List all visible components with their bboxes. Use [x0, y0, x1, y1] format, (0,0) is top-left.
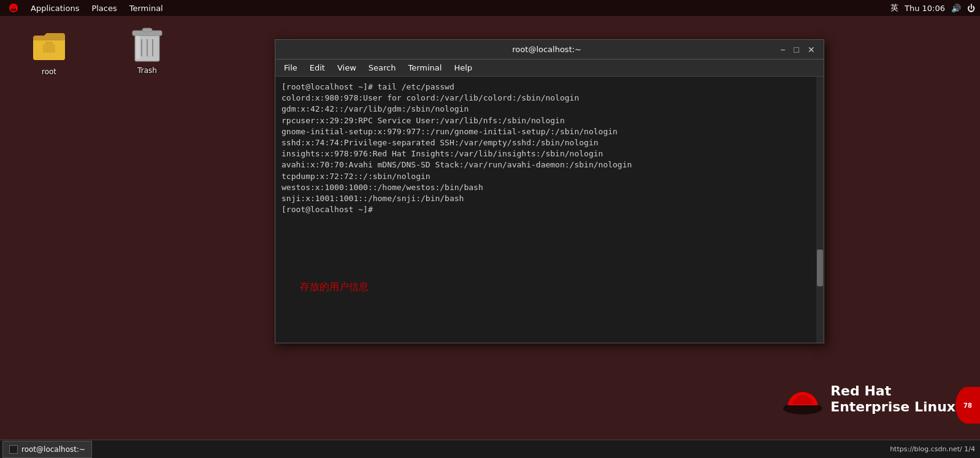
terminal-scrollbar[interactable] — [816, 77, 824, 343]
desktop-icon-root[interactable]: root — [25, 26, 74, 76]
taskbar-left: root@localhost:~ — [0, 441, 92, 458]
volume-icon[interactable]: 🔊 — [951, 4, 961, 13]
svg-rect-8 — [142, 28, 152, 32]
taskbar-terminal-icon — [9, 445, 18, 454]
applications-menu[interactable]: Applications — [25, 0, 85, 16]
corner-badge: 78 — [955, 387, 980, 424]
trash-label: Trash — [137, 66, 157, 75]
annotation-text: 存放的用户信息 — [300, 281, 369, 294]
terminal-menu[interactable]: Terminal — [123, 0, 169, 16]
top-menubar: Applications Places Terminal 英 Thu 10:06… — [0, 0, 980, 16]
svg-point-3 — [12, 5, 15, 8]
trash-icon — [128, 25, 167, 64]
terminal-menubar: File Edit View Search Terminal Help — [275, 59, 824, 77]
language-indicator[interactable]: 英 — [890, 2, 898, 13]
redhat-hat-icon — [781, 381, 824, 418]
term-menu-edit[interactable]: Edit — [304, 59, 331, 77]
svg-rect-4 — [43, 44, 55, 53]
svg-rect-12 — [136, 36, 140, 59]
terminal-body[interactable]: [root@localhost ~]# tail /etc/passwd col… — [275, 77, 824, 343]
term-menu-view[interactable]: View — [331, 59, 362, 77]
top-bar-right: 英 Thu 10:06 🔊 ⏻ — [890, 2, 975, 13]
close-button[interactable]: ✕ — [804, 42, 819, 57]
redhat-logo-area: Red Hat Enterprise Linux — [781, 381, 955, 418]
root-folder-label: root — [42, 67, 56, 76]
minimize-button[interactable]: − — [776, 42, 789, 57]
term-menu-help[interactable]: Help — [448, 59, 478, 77]
term-menu-file[interactable]: File — [278, 59, 304, 77]
redhat-icon — [9, 3, 18, 13]
terminal-window: root@localhost:~ − □ ✕ File Edit View Se… — [275, 39, 824, 343]
redhat-logo-line2: Enterprise Linux — [830, 399, 955, 415]
redhat-text: Red Hat Enterprise Linux — [830, 383, 955, 416]
desktop: root Trash root@local — [0, 16, 980, 442]
win-controls-right: − □ ✕ — [776, 42, 819, 57]
desktop-icon-trash[interactable]: Trash — [123, 25, 172, 75]
taskbar-url: https://blog.csdn.net/ 1/4 — [890, 445, 975, 453]
taskbar: root@localhost:~ https://blog.csdn.net/ … — [0, 440, 980, 458]
taskbar-right: https://blog.csdn.net/ 1/4 — [890, 445, 980, 453]
term-menu-search[interactable]: Search — [362, 59, 402, 77]
taskbar-terminal-label: root@localhost:~ — [21, 445, 85, 454]
power-icon[interactable]: ⏻ — [967, 4, 975, 13]
folder-icon — [29, 26, 69, 65]
places-menu[interactable]: Places — [85, 0, 123, 16]
top-bar-left: Applications Places Terminal — [5, 0, 169, 16]
maximize-button[interactable]: □ — [791, 42, 803, 57]
redhat-logo-line1: Red Hat — [830, 383, 955, 399]
terminal-titlebar: root@localhost:~ − □ ✕ — [275, 40, 824, 59]
taskbar-terminal-btn[interactable]: root@localhost:~ — [2, 441, 92, 458]
terminal-output: [root@localhost ~]# tail /etc/passwd col… — [281, 82, 817, 215]
term-menu-terminal[interactable]: Terminal — [402, 59, 448, 77]
clock: Thu 10:06 — [905, 4, 945, 13]
svg-rect-5 — [45, 42, 53, 44]
scrollbar-thumb[interactable] — [817, 250, 823, 286]
terminal-title: root@localhost:~ — [317, 45, 776, 54]
